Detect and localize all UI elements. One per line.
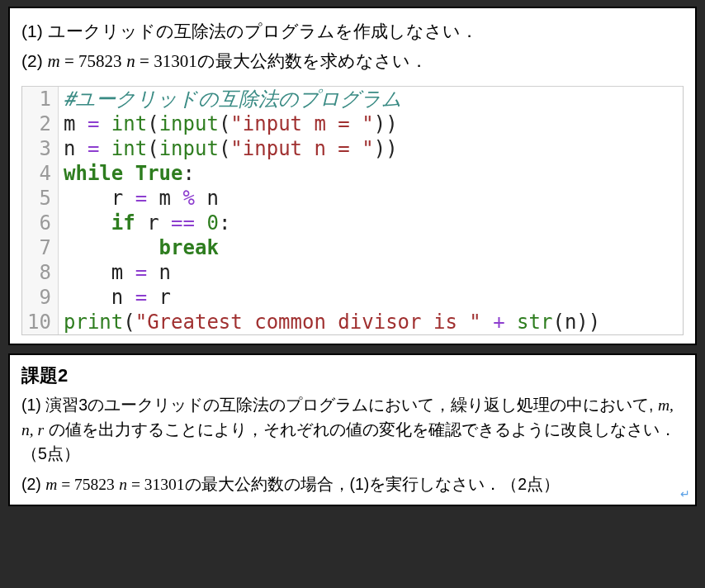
token: "input m = ": [230, 112, 373, 135]
line-number: 10: [22, 310, 59, 334]
token: [64, 211, 111, 235]
val-m: 75823: [78, 51, 122, 71]
token: n: [64, 137, 88, 160]
token: %: [183, 187, 195, 210]
eq-op: =: [135, 51, 154, 71]
code-line: 5 r = m % n: [22, 186, 683, 211]
line-number: 3: [22, 136, 59, 161]
code-content: if r == 0:: [59, 211, 230, 235]
code-content: m = n: [59, 260, 171, 285]
line-number: 5: [22, 186, 59, 211]
code-line: 6 if r == 0:: [22, 211, 683, 235]
code-line: 9 n = r: [22, 285, 683, 310]
q2-tail: の最大公約数の場合，(1)を実行しなさい．（2点）: [185, 475, 561, 493]
token: +: [493, 311, 504, 334]
code-block: 1#ユークリッドの互除法のプログラム2m = int(input("input …: [21, 86, 684, 335]
token: input: [159, 112, 219, 135]
var-m: m: [48, 51, 60, 71]
code-content: #ユークリッドの互除法のプログラム: [59, 87, 402, 111]
token: =: [135, 187, 147, 210]
token: m: [64, 112, 88, 135]
token: r: [135, 211, 171, 235]
token: (: [123, 311, 135, 334]
token: m: [147, 187, 182, 210]
token: (n)): [552, 311, 600, 334]
token: )): [374, 137, 398, 160]
token: ==: [171, 211, 195, 235]
token: [505, 311, 517, 334]
token: True: [135, 162, 183, 185]
code-content: r = m % n: [59, 186, 219, 211]
token: while: [64, 162, 123, 185]
token: n: [147, 261, 171, 284]
token: =: [88, 112, 99, 135]
code-content: n = int(input("input n = ")): [59, 136, 398, 161]
assignment-q1: (1) 演習3のユークリッドの互除法のプログラムにおいて，繰り返し処理の中におい…: [21, 393, 684, 466]
token: =: [135, 261, 147, 284]
code-line: 4while True:: [22, 161, 683, 186]
code-content: m = int(input("input m = ")): [59, 111, 398, 136]
line-number: 6: [22, 211, 59, 235]
question-2: (2) m = 75823 n = 31301の最大公約数を求めなさい．: [21, 46, 684, 77]
eq-op: =: [60, 51, 78, 71]
token: :: [183, 162, 195, 185]
token: m: [64, 261, 135, 284]
token: =: [88, 137, 99, 160]
q1-post: の値を出力することにより，それぞれの値の変化を確認できるように改良しなさい．（5…: [21, 420, 676, 462]
code-line: 10print("Greatest common divisor is " + …: [22, 310, 683, 334]
eq-op: =: [57, 476, 74, 493]
line-number: 4: [22, 161, 59, 186]
token: 0: [206, 211, 218, 235]
token: (: [147, 112, 159, 135]
token: "input n = ": [230, 137, 373, 160]
line-number: 9: [22, 285, 59, 310]
code-content: break: [59, 235, 219, 260]
question-1: (1) ユークリッドの互除法のプログラムを作成しなさい．: [21, 17, 684, 46]
val-n: 31301: [144, 476, 185, 493]
val-n: 31301: [154, 51, 197, 71]
line-number: 8: [22, 260, 59, 285]
token: input: [159, 137, 219, 160]
token: r: [64, 187, 135, 210]
code-line: 1#ユークリッドの互除法のプログラム: [22, 87, 683, 111]
token: int: [111, 112, 147, 135]
code-line: 3n = int(input("input n = ")): [22, 136, 683, 161]
var-m: m: [45, 476, 57, 493]
line-number: 7: [22, 235, 59, 260]
q1-text: ユークリッドの互除法のプログラムを作成しなさい．: [48, 21, 478, 40]
line-number: 2: [22, 111, 59, 136]
token: str: [517, 311, 552, 334]
token: (: [219, 137, 230, 160]
newline-icon: ↵: [680, 487, 690, 500]
token: n: [195, 187, 219, 210]
assignment-panel-2: ↵ 課題2 (1) 演習3のユークリッドの互除法のプログラムにおいて，繰り返し処…: [8, 353, 697, 506]
var-n: n: [126, 51, 135, 71]
q2-prefix: (2): [21, 51, 48, 70]
token: (: [219, 112, 230, 135]
token: [99, 112, 111, 135]
token: =: [135, 286, 147, 309]
val-m: 75823: [74, 476, 115, 493]
code-line: 8 m = n: [22, 260, 683, 285]
q1-prefix: (1): [21, 21, 48, 40]
code-content: n = r: [59, 285, 171, 310]
q1-pre: (1) 演習3のユークリッドの互除法のプログラムにおいて，繰り返し処理の中におい…: [21, 396, 658, 414]
line-number: 1: [22, 87, 59, 111]
token: :: [219, 211, 230, 235]
token: [195, 211, 206, 235]
token: int: [111, 137, 147, 160]
code-content: while True:: [59, 161, 195, 186]
token: n: [64, 286, 135, 309]
code-line: 7 break: [22, 235, 683, 260]
token: r: [147, 286, 171, 309]
q2-prefix: (2): [21, 475, 45, 493]
token: )): [374, 112, 398, 135]
token: [481, 311, 493, 334]
token: (: [147, 137, 159, 160]
token: print: [64, 311, 123, 334]
code-line: 2m = int(input("input m = ")): [22, 111, 683, 136]
token: [64, 236, 159, 259]
token: #ユークリッドの互除法のプログラム: [64, 88, 402, 111]
token: [123, 162, 135, 185]
code-content: print("Greatest common divisor is " + st…: [59, 310, 600, 334]
